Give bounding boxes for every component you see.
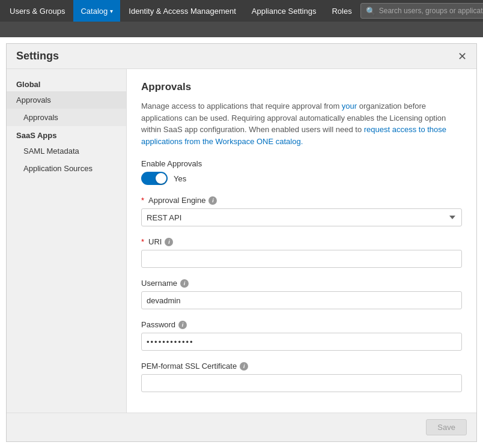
sidebar-item-app-sources[interactable]: Application Sources bbox=[7, 160, 126, 177]
search-icon: 🔍 bbox=[366, 7, 375, 16]
pem-cert-group: PEM-format SSL Certificate i bbox=[141, 362, 462, 392]
enable-approvals-label: Enable Approvals bbox=[141, 159, 462, 168]
search-bar: 🔍 bbox=[360, 3, 483, 19]
settings-panel: Settings ✕ Global Approvals Approvals Sa… bbox=[6, 43, 477, 442]
uri-group: * URI i bbox=[141, 237, 462, 268]
sidebar-section-saas: SaaS Apps bbox=[7, 126, 126, 142]
toggle-knob bbox=[156, 173, 166, 184]
required-star: * bbox=[141, 196, 144, 205]
uri-input[interactable] bbox=[141, 250, 462, 268]
settings-header: Settings ✕ bbox=[7, 44, 476, 69]
uri-required-star: * bbox=[141, 237, 144, 246]
sidebar-item-saml[interactable]: SAML Metadata bbox=[7, 142, 126, 160]
settings-footer: Save bbox=[7, 413, 476, 441]
password-input[interactable] bbox=[141, 333, 462, 351]
password-group: Password i bbox=[141, 320, 462, 351]
enable-approvals-row: Yes bbox=[141, 172, 462, 185]
nav-tab-appliance[interactable]: Appliance Settings bbox=[245, 0, 324, 22]
close-button[interactable]: ✕ bbox=[458, 51, 467, 62]
username-label: Username i bbox=[141, 279, 462, 288]
approval-engine-label: * Approval Engine i bbox=[141, 196, 462, 205]
enable-approvals-group: Enable Approvals Yes bbox=[141, 159, 462, 185]
password-label: Password i bbox=[141, 320, 462, 329]
sidebar: Global Approvals Approvals SaaS Apps SAM… bbox=[7, 69, 127, 413]
enable-approvals-toggle[interactable] bbox=[141, 172, 168, 185]
pem-cert-info-icon[interactable]: i bbox=[240, 362, 248, 371]
pem-cert-label: PEM-format SSL Certificate i bbox=[141, 362, 462, 371]
password-info-icon[interactable]: i bbox=[178, 321, 187, 329]
approval-engine-select[interactable]: REST API ServiceNow bbox=[141, 208, 462, 226]
username-info-icon[interactable]: i bbox=[180, 279, 189, 288]
uri-info-icon[interactable]: i bbox=[165, 238, 173, 246]
toggle-yes-label: Yes bbox=[174, 174, 186, 183]
username-input[interactable] bbox=[141, 291, 462, 309]
settings-title: Settings bbox=[16, 50, 59, 62]
sidebar-item-approvals-parent[interactable]: Approvals bbox=[7, 91, 126, 109]
chevron-down-icon: ▾ bbox=[110, 8, 113, 14]
sidebar-section-global: Global bbox=[7, 75, 126, 91]
save-button[interactable]: Save bbox=[426, 419, 467, 435]
approval-engine-info-icon[interactable]: i bbox=[208, 196, 217, 205]
content-title: Approvals bbox=[141, 81, 462, 93]
nav-tab-identity[interactable]: Identity & Access Management bbox=[121, 0, 243, 22]
uri-label: * URI i bbox=[141, 237, 462, 246]
nav-tab-catalog[interactable]: Catalog ▾ bbox=[73, 0, 120, 22]
approval-engine-group: * Approval Engine i REST API ServiceNow bbox=[141, 196, 462, 226]
search-input[interactable] bbox=[379, 7, 483, 15]
top-navigation: Users & Groups Catalog ▾ Identity & Acce… bbox=[0, 0, 483, 22]
pem-cert-input[interactable] bbox=[141, 374, 462, 392]
description-text: Manage access to applications that requi… bbox=[141, 100, 462, 147]
main-content: Approvals Manage access to applications … bbox=[127, 69, 476, 413]
username-group: Username i bbox=[141, 279, 462, 309]
nav-tab-users-groups[interactable]: Users & Groups bbox=[2, 0, 72, 22]
nav-tab-roles[interactable]: Roles bbox=[324, 0, 359, 22]
settings-body: Global Approvals Approvals SaaS Apps SAM… bbox=[7, 69, 476, 413]
dark-sub-bar bbox=[0, 22, 483, 37]
sidebar-item-approvals-child[interactable]: Approvals bbox=[7, 109, 126, 126]
